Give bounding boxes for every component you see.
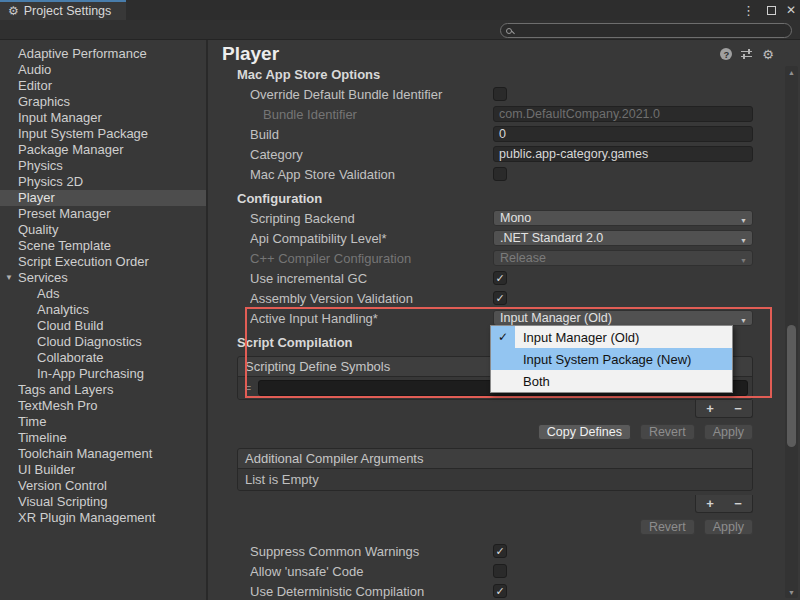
drag-handle-icon[interactable]: =	[242, 382, 254, 394]
add-argument-button[interactable]: +	[702, 497, 718, 510]
assembly-validation-checkbox[interactable]: ✓	[493, 291, 507, 305]
compiler-arguments-list: Additional Compiler Arguments List is Em…	[237, 448, 753, 491]
sidebar-item[interactable]: Collaborate	[0, 350, 206, 366]
define-symbols-actions: Copy Defines Revert Apply	[210, 424, 783, 440]
sidebar-item-label: XR Plugin Management	[18, 510, 155, 525]
override-bundle-checkbox[interactable]	[493, 87, 507, 101]
dropdown-option[interactable]: Both	[491, 370, 732, 392]
toolbar	[0, 20, 800, 40]
sidebar-item[interactable]: Preset Manager	[0, 206, 206, 222]
row-api-level: Api Compatibility Level* .NET Standard 2…	[210, 228, 783, 248]
settings-sidebar: Adaptive Performance Audio Editor Graphi…	[0, 40, 208, 600]
search-input[interactable]	[516, 25, 786, 37]
sidebar-item[interactable]: TextMesh Pro	[0, 398, 206, 414]
tab-project-settings[interactable]: ⚙ Project Settings	[0, 0, 126, 20]
sidebar-item-label: Version Control	[18, 478, 107, 493]
mac-validation-checkbox[interactable]	[493, 167, 507, 181]
row-mac-validation: Mac App Store Validation	[210, 164, 783, 184]
sidebar-item[interactable]: Editor	[0, 78, 206, 94]
dropdown-option[interactable]: ✓ Input Manager (Old)	[491, 326, 732, 348]
vertical-scrollbar[interactable]: ▲ ▼	[785, 66, 798, 598]
sidebar-item[interactable]: Analytics	[0, 302, 206, 318]
sidebar-item[interactable]: Input System Package	[0, 126, 206, 142]
bundle-identifier-field: com.DefaultCompany.2021.0	[493, 106, 753, 122]
scripting-backend-dropdown[interactable]: Mono	[493, 210, 753, 226]
cpp-config-dropdown: Release	[493, 250, 753, 266]
sidebar-item[interactable]: In-App Purchasing	[0, 366, 206, 382]
sidebar-item-label: Script Execution Order	[18, 254, 149, 269]
sidebar-item[interactable]: Player	[0, 190, 206, 206]
sidebar-item[interactable]: Ads	[0, 286, 206, 302]
maximize-icon[interactable]	[767, 6, 776, 15]
sidebar-item[interactable]: XR Plugin Management	[0, 510, 206, 526]
api-level-dropdown[interactable]: .NET Standard 2.0	[493, 230, 753, 246]
option-check-icon: ✓	[491, 326, 515, 348]
remove-argument-button[interactable]: −	[730, 497, 746, 510]
suppress-warnings-checkbox[interactable]: ✓	[493, 544, 507, 558]
sidebar-item[interactable]: Script Execution Order	[0, 254, 206, 270]
scroll-down-icon[interactable]: ▼	[785, 586, 798, 598]
sidebar-item[interactable]: Scene Template	[0, 238, 206, 254]
sidebar-item-label: Tags and Layers	[18, 382, 113, 397]
sidebar-item[interactable]: Audio	[0, 62, 206, 78]
revert-button: Revert	[640, 424, 695, 440]
category-field[interactable]: public.app-category.games	[493, 146, 753, 162]
sidebar-item[interactable]: Graphics	[0, 94, 206, 110]
option-check-icon	[491, 348, 515, 370]
build-field[interactable]: 0	[493, 126, 753, 142]
sidebar-item[interactable]: Cloud Diagnostics	[0, 334, 206, 350]
apply-button-2: Apply	[704, 519, 753, 535]
sidebar-item-label: Audio	[18, 62, 51, 77]
active-input-handling-dropdown[interactable]: Input Manager (Old)	[493, 310, 753, 326]
preset-icon[interactable]	[741, 48, 753, 60]
sidebar-item[interactable]: UI Builder	[0, 462, 206, 478]
allow-unsafe-checkbox[interactable]	[493, 564, 507, 578]
remove-define-button[interactable]: −	[730, 402, 746, 415]
sidebar-item-label: Graphics	[18, 94, 70, 109]
sidebar-item[interactable]: Physics	[0, 158, 206, 174]
window-controls: ⋮ ✕	[740, 0, 796, 20]
sidebar-item[interactable]: Time	[0, 414, 206, 430]
sidebar-item-label: Adaptive Performance	[18, 46, 147, 61]
row-assembly-validation: Assembly Version Validation ✓	[210, 288, 783, 308]
sidebar-item-label: Services	[18, 270, 68, 285]
window-menu-icon[interactable]: ⋮	[740, 4, 757, 17]
scrollbar-thumb[interactable]	[787, 325, 796, 447]
search-icon	[506, 28, 512, 34]
sidebar-item[interactable]: Physics 2D	[0, 174, 206, 190]
sidebar-item-label: Ads	[37, 286, 59, 301]
copy-defines-button[interactable]: Copy Defines	[538, 424, 631, 440]
close-icon[interactable]: ✕	[786, 4, 796, 16]
sidebar-item[interactable]: Cloud Build	[0, 318, 206, 334]
titlebar: ⚙ Project Settings ⋮ ✕	[0, 0, 800, 20]
sidebar-item[interactable]: Adaptive Performance	[0, 46, 206, 62]
sidebar-item[interactable]: Visual Scripting	[0, 494, 206, 510]
help-icon[interactable]: ?	[720, 48, 732, 60]
sidebar-item[interactable]: Toolchain Management	[0, 446, 206, 462]
scroll-up-icon[interactable]: ▲	[785, 66, 798, 78]
sidebar-item[interactable]: Version Control	[0, 478, 206, 494]
sidebar-item[interactable]: Services	[0, 270, 206, 286]
panel-gear-icon[interactable]: ⚙	[762, 48, 774, 61]
compiler-arguments-header: Additional Compiler Arguments	[238, 449, 752, 469]
revert-button-2: Revert	[640, 519, 695, 535]
sidebar-item-label: Input System Package	[18, 126, 148, 141]
sidebar-item-label: Quality	[18, 222, 58, 237]
search-box[interactable]	[500, 23, 792, 38]
incremental-gc-checkbox[interactable]: ✓	[493, 271, 507, 285]
sidebar-item[interactable]: Package Manager	[0, 142, 206, 158]
sidebar-item[interactable]: Input Manager	[0, 110, 206, 126]
dropdown-option[interactable]: Input System Package (New)	[491, 348, 732, 370]
sidebar-item-label: Physics 2D	[18, 174, 83, 189]
dropdown-option-label: Input System Package (New)	[515, 352, 691, 367]
dropdown-option-label: Both	[515, 374, 550, 389]
add-define-button[interactable]: +	[702, 402, 718, 415]
sidebar-item[interactable]: Tags and Layers	[0, 382, 206, 398]
deterministic-checkbox[interactable]: ✓	[493, 584, 507, 598]
sidebar-item-label: Preset Manager	[18, 206, 111, 221]
dropdown-option-label: Input Manager (Old)	[515, 330, 639, 345]
sidebar-item[interactable]: Quality	[0, 222, 206, 238]
option-check-icon	[491, 370, 515, 392]
sidebar-item[interactable]: Timeline	[0, 430, 206, 446]
sidebar-item-label: TextMesh Pro	[18, 398, 97, 413]
